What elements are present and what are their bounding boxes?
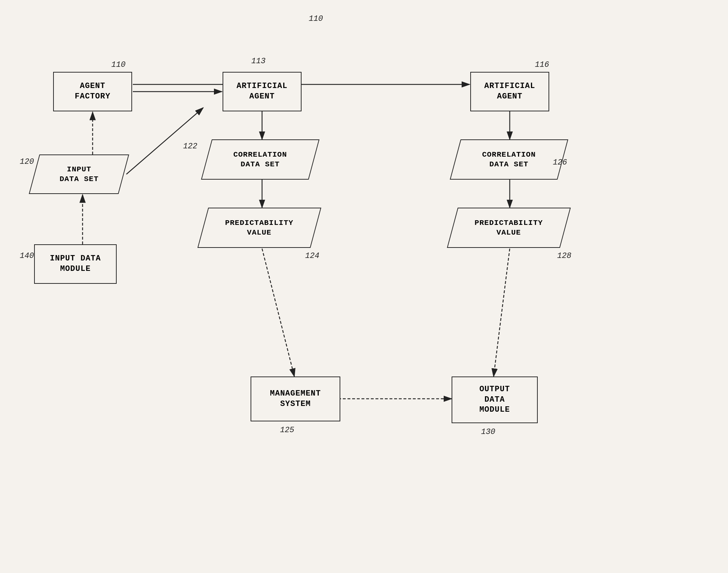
output-data-module-box: OUTPUTDATAMODULE xyxy=(452,376,538,423)
input-data-set-label: INPUTDATA SET xyxy=(60,165,99,184)
output-data-module-label: OUTPUTDATAMODULE xyxy=(479,384,510,415)
correlation-data-set-right-shape: CORRELATIONDATA SET xyxy=(450,139,568,180)
management-system-box: MANAGEMENTSYSTEM xyxy=(251,376,340,421)
ref-116: 116 xyxy=(535,60,549,69)
ref-110: 110 xyxy=(111,60,126,69)
diagram: 110 AGENTFACTORY 110 ARTIFICIALAGENT 113… xyxy=(0,0,728,573)
ref-130: 130 xyxy=(481,428,495,436)
ref-120: 120 xyxy=(20,157,34,166)
management-system-label: MANAGEMENTSYSTEM xyxy=(270,389,321,409)
input-data-set-shape: INPUTDATA SET xyxy=(29,154,129,194)
svg-line-10 xyxy=(262,249,294,376)
ref-140: 140 xyxy=(20,251,34,260)
artificial-agent-mid-label: ARTIFICIALAGENT xyxy=(237,81,288,102)
svg-line-13 xyxy=(126,108,203,174)
agent-factory-box: AGENTFACTORY xyxy=(53,72,132,111)
artificial-agent-right-box: ARTIFICIALAGENT xyxy=(470,72,549,111)
ref-113: 113 xyxy=(251,57,266,66)
agent-factory-label: AGENTFACTORY xyxy=(75,81,110,102)
correlation-data-set-mid-shape: CORRELATIONDATA SET xyxy=(201,139,319,180)
artificial-agent-right-label: ARTIFICIALAGENT xyxy=(484,81,535,102)
correlation-data-set-mid-label: CORRELATIONDATA SET xyxy=(233,150,287,170)
ref-126: 126 xyxy=(553,158,567,167)
predictability-value-mid-label: PREDICTABILITYVALUE xyxy=(225,218,293,238)
predictability-value-right-shape: PREDICTABILITYVALUE xyxy=(447,208,571,248)
ref-124: 124 xyxy=(305,251,319,260)
artificial-agent-mid-box: ARTIFICIALAGENT xyxy=(223,72,302,111)
ref-125: 125 xyxy=(280,426,294,435)
ref-122: 122 xyxy=(183,142,197,151)
input-data-module-label: INPUT DATAMODULE xyxy=(50,254,101,274)
correlation-data-set-right-label: CORRELATIONDATA SET xyxy=(482,150,536,170)
input-data-module-box: INPUT DATAMODULE xyxy=(34,244,117,284)
predictability-value-mid-shape: PREDICTABILITYVALUE xyxy=(197,208,321,248)
predictability-value-right-label: PREDICTABILITYVALUE xyxy=(475,218,543,238)
ref-128: 128 xyxy=(557,251,571,260)
svg-line-11 xyxy=(494,249,510,376)
ref-100: 110 xyxy=(309,14,323,23)
